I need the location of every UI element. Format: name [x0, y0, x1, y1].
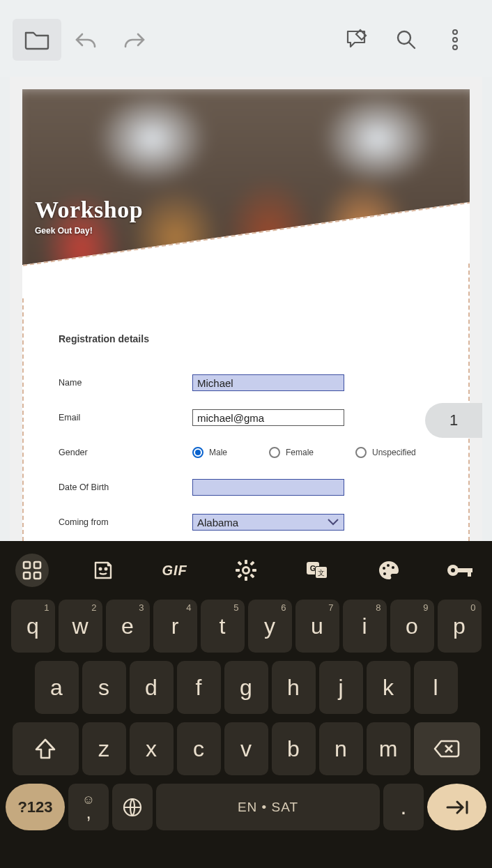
kbd-symbols-key[interactable]: ?123: [6, 784, 65, 830]
svg-point-26: [392, 566, 394, 569]
gender-male-radio[interactable]: Male: [192, 447, 227, 458]
kbd-theme-button[interactable]: [372, 554, 406, 587]
kbd-key-h[interactable]: h: [272, 661, 316, 714]
kbd-key-e[interactable]: e3: [106, 600, 150, 653]
kbd-backspace-key[interactable]: [414, 722, 480, 775]
kbd-key-m[interactable]: m: [367, 722, 410, 775]
svg-rect-6: [34, 562, 40, 568]
document-page: Workshop Geek Out Day! Registration deta…: [22, 89, 470, 541]
kbd-key-s[interactable]: s: [82, 661, 126, 714]
kbd-password-button[interactable]: [443, 554, 477, 587]
name-label: Name: [59, 378, 192, 388]
more-button[interactable]: [431, 19, 479, 61]
svg-point-24: [383, 567, 385, 570]
gender-female-radio[interactable]: Female: [269, 447, 314, 458]
svg-text:文: 文: [318, 569, 325, 577]
radio-icon: [269, 447, 280, 458]
kbd-translate-button[interactable]: G文: [300, 554, 334, 587]
svg-rect-13: [236, 569, 240, 572]
svg-rect-8: [34, 572, 40, 579]
kbd-key-g[interactable]: g: [224, 661, 268, 714]
redo-button[interactable]: [110, 19, 159, 61]
kbd-key-k[interactable]: k: [367, 661, 410, 714]
soft-keyboard: GIF G文 q1w2e3r4t5y6u7i8o9p0 asdfghjkl zx…: [0, 541, 492, 868]
kbd-key-r[interactable]: r4: [153, 600, 197, 653]
sticker-icon: [93, 560, 114, 581]
app-toolbar: [0, 0, 492, 77]
grid-icon: [22, 561, 42, 580]
kbd-key-z[interactable]: z: [82, 722, 126, 775]
hero-title: Workshop: [35, 197, 143, 223]
kbd-key-q[interactable]: q1: [11, 600, 55, 653]
kbd-key-n[interactable]: n: [319, 722, 363, 775]
email-label: Email: [59, 413, 192, 422]
kbd-key-f[interactable]: f: [177, 661, 221, 714]
page-number-pill[interactable]: 1: [425, 403, 482, 438]
folder-button[interactable]: [13, 19, 61, 61]
kbd-key-p[interactable]: p0: [438, 600, 482, 653]
kbd-key-j[interactable]: j: [319, 661, 363, 714]
svg-rect-7: [24, 572, 30, 579]
undo-icon: [74, 30, 98, 50]
shift-icon: [33, 737, 57, 761]
name-input[interactable]: [192, 374, 344, 391]
kbd-language-key[interactable]: [112, 784, 153, 830]
kbd-key-w[interactable]: w2: [59, 600, 102, 653]
svg-point-10: [105, 568, 107, 570]
kbd-shift-key[interactable]: [13, 722, 79, 775]
kbd-gif-button[interactable]: GIF: [158, 554, 192, 587]
email-input[interactable]: [192, 409, 344, 426]
kbd-enter-key[interactable]: [427, 784, 486, 830]
kbd-settings-button[interactable]: [229, 554, 263, 587]
kbd-key-u[interactable]: u7: [295, 600, 339, 653]
document-canvas: Workshop Geek Out Day! Registration deta…: [10, 77, 482, 541]
search-button[interactable]: [382, 19, 431, 61]
coming-from-select[interactable]: [192, 514, 344, 531]
registration-form: Registration details Name Email Gender M…: [22, 326, 470, 540]
svg-point-29: [451, 568, 455, 572]
kbd-key-b[interactable]: b: [272, 722, 316, 775]
comment-edit-icon: [345, 29, 370, 51]
svg-rect-12: [245, 577, 247, 581]
key-icon: [447, 563, 473, 578]
kbd-key-a[interactable]: a: [35, 661, 79, 714]
svg-rect-11: [245, 560, 247, 564]
kbd-emoji-comma-key[interactable]: ☺,: [68, 784, 109, 830]
more-vert-icon: [452, 29, 458, 50]
gender-label: Gender: [59, 448, 192, 457]
kbd-key-l[interactable]: l: [414, 661, 458, 714]
gear-icon: [236, 560, 256, 581]
kbd-key-d[interactable]: d: [130, 661, 174, 714]
section-title: Registration details: [59, 333, 433, 344]
svg-point-25: [387, 564, 390, 567]
svg-point-27: [383, 572, 386, 575]
gender-unspecified-radio[interactable]: Unspecified: [355, 447, 416, 458]
svg-point-4: [453, 45, 457, 50]
hero-subtitle: Geek Out Day!: [35, 226, 143, 236]
search-icon: [395, 29, 417, 51]
kbd-key-o[interactable]: o9: [390, 600, 434, 653]
dob-label: Date Of Birth: [59, 482, 192, 492]
kbd-key-x[interactable]: x: [130, 722, 174, 775]
kbd-key-i[interactable]: i8: [343, 600, 387, 653]
radio-icon: [355, 447, 367, 458]
comment-button[interactable]: [333, 19, 382, 61]
kbd-space-key[interactable]: EN • SAT: [156, 784, 380, 830]
kbd-apps-button[interactable]: [15, 554, 49, 587]
globe-icon: [122, 797, 143, 818]
kbd-sticker-button[interactable]: [86, 554, 120, 587]
undo-button[interactable]: [61, 19, 110, 61]
translate-icon: G文: [306, 560, 328, 581]
svg-point-9: [100, 568, 102, 570]
svg-rect-14: [252, 569, 256, 572]
kbd-key-c[interactable]: c: [177, 722, 221, 775]
svg-rect-31: [468, 568, 471, 577]
palette-icon: [378, 560, 400, 581]
kbd-key-y[interactable]: y6: [248, 600, 292, 653]
kbd-key-t[interactable]: t5: [201, 600, 245, 653]
radio-icon: [192, 447, 203, 458]
kbd-period-key[interactable]: .: [383, 784, 424, 830]
kbd-key-v[interactable]: v: [224, 722, 268, 775]
dob-input[interactable]: [192, 479, 344, 496]
backspace-icon: [433, 738, 461, 759]
